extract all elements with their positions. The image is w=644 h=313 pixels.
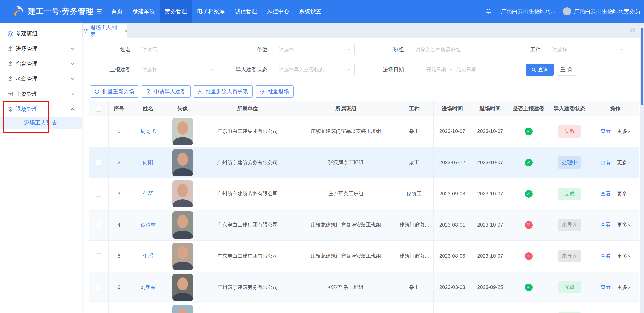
import-status-badge: 完成: [558, 281, 581, 293]
batch-action-label: 批量删除人员权限: [206, 88, 248, 95]
sidebar-item-exit-worker-list[interactable]: 退场工人列表: [0, 117, 82, 129]
worker-photo[interactable]: [172, 243, 193, 270]
more-link[interactable]: 更多: [617, 253, 630, 259]
sidebar-item-dormitory[interactable]: 宿舍管理: [0, 56, 82, 71]
worker-photo[interactable]: [172, 118, 193, 145]
row-checkbox[interactable]: [96, 160, 101, 165]
trade-filter-select[interactable]: [548, 44, 628, 55]
batch-action-label: 批量退场: [268, 88, 289, 95]
view-link[interactable]: 查看: [600, 222, 611, 228]
chevron-down-icon: [70, 92, 75, 96]
collapse-menu-icon[interactable]: [93, 0, 106, 23]
enter-date-cell: 2023-09-03: [434, 178, 471, 209]
nav-item-risk[interactable]: 风控中心: [262, 0, 294, 23]
worker-photo[interactable]: [172, 305, 193, 313]
nav-item-archives[interactable]: 电子档案库: [192, 0, 230, 23]
app-title: 建工一号·劳务管理: [28, 6, 93, 17]
sidebar-item-teams[interactable]: 参建班组: [0, 26, 82, 41]
apply-import-button[interactable]: 申请导入建委: [141, 85, 191, 98]
import-status-filter-select[interactable]: [275, 64, 355, 75]
worker-name-link[interactable]: 李滔: [143, 253, 153, 259]
layers-icon: [7, 30, 14, 37]
trade-cell: 杂工: [395, 116, 434, 147]
team-cell: 李雨清杂工班组: [297, 303, 395, 313]
worker-name-link[interactable]: 何琴: [143, 191, 153, 196]
sidebar-item-exit[interactable]: 退场管理: [0, 102, 82, 117]
tab-exit-worker-list[interactable]: 退场工人列表 ×: [83, 24, 127, 38]
nav-item-labor[interactable]: 劳务管理: [160, 0, 192, 23]
unit-filter-select[interactable]: [275, 44, 355, 55]
sidebar-subitem-label: 退场工人列表: [24, 119, 57, 127]
more-link[interactable]: 更多: [617, 128, 630, 134]
trade-cell: 杂工: [395, 147, 434, 178]
batch-remove-permission-button[interactable]: 批量删除人员权限: [193, 85, 253, 98]
row-number: 6: [109, 272, 129, 303]
row-checkbox[interactable]: [96, 285, 101, 290]
view-link[interactable]: 查看: [600, 160, 611, 165]
user-name[interactable]: 广药白云山生物医药劳务员: [574, 8, 640, 15]
select-all-checkbox[interactable]: [96, 106, 101, 112]
row-checkbox[interactable]: [96, 222, 101, 228]
import-status-badge: 失败: [558, 125, 581, 138]
entry-date-filter-label: 进场日期:: [355, 66, 405, 73]
tab-bar: 退场工人列表 ×: [82, 23, 640, 38]
worker-name-link[interactable]: 谭科林: [141, 222, 156, 228]
row-checkbox[interactable]: [96, 253, 101, 259]
worker-photo[interactable]: [172, 149, 193, 176]
company-cell: 广东电白二建集团有限公司: [198, 116, 297, 147]
nav-item-integrity[interactable]: 诚信管理: [230, 0, 262, 23]
worker-name-link[interactable]: 刘孝军: [141, 284, 156, 290]
row-number: 5: [109, 241, 129, 272]
project-name[interactable]: 广药白云山生物医药...: [501, 8, 555, 15]
trade-cell: 杂工: [395, 272, 434, 303]
briefcase-icon[interactable]: [629, 27, 636, 33]
view-link[interactable]: 查看: [600, 284, 611, 290]
exit-icon: [260, 89, 265, 94]
trade-cell: 建筑门窗幕...: [395, 241, 434, 272]
team-cell: 张汉辉杂工班组: [297, 272, 395, 303]
more-link[interactable]: 更多: [617, 284, 630, 290]
worker-photo[interactable]: [172, 211, 193, 239]
nav-item-home[interactable]: 首页: [106, 0, 128, 23]
row-checkbox[interactable]: [96, 191, 101, 197]
search-button[interactable]: 查询: [526, 64, 554, 76]
row-number: 1: [109, 116, 129, 147]
view-link[interactable]: 查看: [600, 191, 611, 196]
nav-item-units[interactable]: 参建单位: [128, 0, 160, 23]
batch-exit-button[interactable]: 批量退场: [255, 85, 294, 98]
sidebar-item-wages[interactable]: 工资管理: [0, 86, 82, 102]
chevron-down-icon: [70, 77, 75, 81]
filter-row-1: 姓名: 单位: 班组:: [82, 44, 640, 55]
team-cell: 庄镇龙建筑门窗幕墙安装工班组: [297, 209, 395, 241]
more-link[interactable]: 更多: [617, 191, 630, 196]
table-row: 4 谭科林 广东电白二建集团有限公司 庄镇龙建筑门窗幕墙安装工班组 建筑门窗幕.…: [89, 209, 639, 241]
vertical-scrollbar-thumb[interactable]: [641, 28, 643, 105]
nav-item-settings[interactable]: 系统设置: [294, 0, 326, 23]
app-window: 建工一号·劳务管理 首页 参建单位 劳务管理 电子档案库 诚信管理 风控中心 系…: [0, 0, 644, 313]
tab-close-icon[interactable]: ×: [124, 28, 127, 34]
company-cell: 广州筑宁建筑劳务有限公司: [198, 272, 297, 303]
more-link[interactable]: 更多: [617, 222, 630, 228]
worker-name-link[interactable]: 向阳: [143, 160, 153, 165]
view-link[interactable]: 查看: [600, 253, 611, 259]
sidebar-item-attendance[interactable]: 考勤管理: [0, 71, 82, 86]
logo-icon: [12, 5, 25, 18]
user-avatar[interactable]: [563, 7, 571, 15]
view-link[interactable]: 查看: [600, 128, 611, 134]
search-icon: [531, 67, 536, 72]
column-header-no: 序号: [109, 101, 129, 116]
report-filter-select[interactable]: [138, 64, 218, 75]
reset-button[interactable]: 重 置: [557, 64, 576, 76]
team-filter-input[interactable]: [411, 44, 491, 55]
batch-reentry-button[interactable]: 批量重新入场: [90, 85, 139, 98]
more-link[interactable]: 更多: [617, 160, 630, 165]
worker-photo[interactable]: [172, 274, 193, 301]
worker-photo[interactable]: [172, 180, 193, 207]
sidebar-item-label: 参建班组: [16, 30, 38, 37]
worker-name-link[interactable]: 周高飞: [141, 128, 156, 134]
entry-date-range-picker[interactable]: 开始日期 ~ 结束日期: [411, 64, 491, 75]
sidebar-item-entry[interactable]: 进场管理: [0, 41, 82, 56]
notification-bell-icon[interactable]: [485, 8, 492, 15]
row-checkbox[interactable]: [96, 129, 101, 134]
name-filter-input[interactable]: [138, 44, 218, 55]
